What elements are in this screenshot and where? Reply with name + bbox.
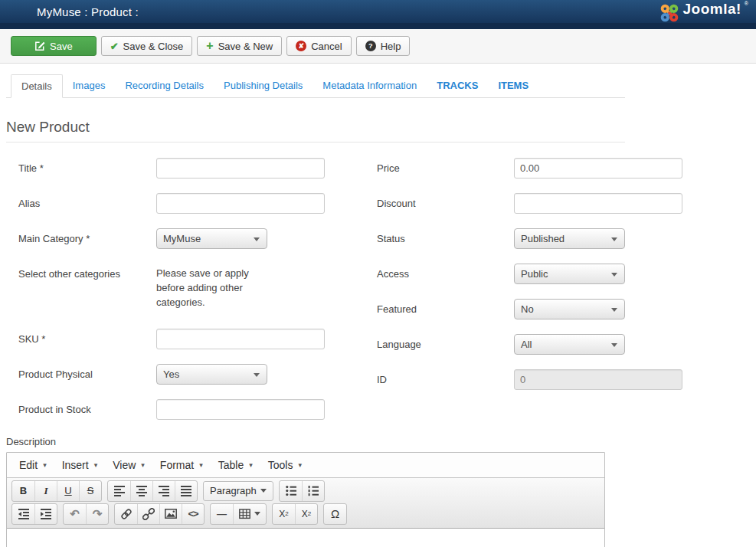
insert-image-button[interactable] — [159, 504, 182, 524]
alias-input[interactable] — [156, 193, 325, 214]
help-button[interactable]: ? Help — [356, 36, 411, 56]
heading-divider — [6, 142, 625, 142]
save-button[interactable]: Save — [11, 36, 97, 56]
format-select[interactable]: Paragraph — [203, 481, 273, 501]
other-categories-label: Select other categories — [18, 264, 156, 310]
main-category-select[interactable]: MyMuse — [156, 228, 267, 249]
product-physical-select[interactable]: Yes — [156, 364, 267, 385]
main-content: Details Images Recording Details Publish… — [0, 74, 756, 547]
tab-images[interactable]: Images — [63, 74, 116, 97]
source-code-button[interactable]: <> — [182, 504, 204, 524]
special-character-button[interactable]: Ω — [324, 504, 346, 524]
chevron-down-icon: ▾ — [141, 461, 145, 469]
access-value: Public — [521, 268, 548, 280]
align-justify-button[interactable] — [175, 481, 197, 501]
featured-label: Featured — [377, 299, 514, 319]
tab-items[interactable]: ITEMS — [488, 74, 538, 97]
italic-button[interactable]: I — [34, 481, 57, 501]
joomla-wordmark: Joomla! — [682, 1, 741, 18]
menu-insert[interactable]: Insert▾ — [54, 456, 106, 474]
save-pencil-icon — [34, 41, 45, 51]
bold-button[interactable]: B — [12, 481, 34, 501]
price-input[interactable] — [514, 158, 682, 179]
insert-link-button[interactable] — [115, 504, 137, 524]
tab-metadata-information[interactable]: Metadata Information — [313, 74, 427, 97]
admin-navbar: MyMuse : Product : Joomla! ® — [0, 0, 756, 23]
save-button-label: Save — [50, 41, 73, 52]
form-column-right: Price Discount Status Published Access — [360, 158, 682, 434]
save-close-label: Save & Close — [123, 41, 184, 52]
redo-button[interactable]: ↷ — [86, 504, 108, 524]
menu-format[interactable]: Format▾ — [152, 456, 211, 474]
align-justify-icon — [181, 485, 191, 496]
product-physical-value: Yes — [163, 368, 179, 380]
cancel-x-icon: ✘ — [296, 41, 306, 51]
chevron-down-icon — [254, 512, 260, 516]
product-in-stock-label: Product in Stock — [18, 399, 156, 420]
strikethrough-button[interactable]: S — [79, 481, 101, 501]
status-value: Published — [521, 233, 565, 244]
align-center-button[interactable] — [130, 481, 152, 501]
field-discount: Discount — [377, 193, 682, 214]
main-category-value: MyMuse — [163, 233, 201, 244]
main-category-label: Main Category * — [18, 228, 156, 249]
align-right-button[interactable] — [152, 481, 175, 501]
title-input[interactable] — [156, 158, 325, 179]
bullet-list-icon — [286, 485, 296, 496]
product-in-stock-input[interactable] — [156, 399, 325, 420]
featured-select[interactable]: No — [514, 299, 625, 319]
align-left-button[interactable] — [108, 481, 130, 501]
underline-button[interactable]: U — [57, 481, 79, 501]
numbered-list-button[interactable] — [302, 481, 324, 501]
menu-table[interactable]: Table▾ — [211, 456, 260, 474]
product-physical-label: Product Physical — [18, 364, 156, 385]
action-toolbar: Save ✔ Save & Close + Save & New ✘ Cance… — [0, 29, 756, 64]
language-select[interactable]: All — [514, 334, 625, 355]
navbar-bottom-strip — [0, 23, 756, 29]
tab-tracks[interactable]: TRACKS — [427, 74, 488, 97]
field-product-physical: Product Physical Yes — [18, 364, 360, 385]
editor-content-area[interactable] — [7, 529, 604, 547]
subscript-button[interactable]: X2 — [273, 504, 295, 524]
joomla-logo: Joomla! ® — [659, 1, 748, 23]
field-other-categories: Select other categories Please save or a… — [18, 264, 360, 310]
field-price: Price — [377, 158, 682, 179]
chevron-down-icon — [611, 343, 617, 347]
check-icon: ✔ — [110, 41, 119, 52]
tab-recording-details[interactable]: Recording Details — [115, 74, 214, 97]
form-column-left: Title * Alias Main Category * MyMuse Sel… — [18, 158, 360, 434]
link-icon — [120, 508, 133, 520]
menu-tools[interactable]: Tools▾ — [260, 456, 309, 474]
horizontal-rule-button[interactable]: — — [211, 504, 233, 524]
superscript-button[interactable]: X2 — [295, 504, 317, 524]
status-select[interactable]: Published — [514, 228, 625, 249]
bullet-list-button[interactable] — [280, 481, 302, 501]
registered-mark: ® — [745, 1, 748, 6]
cancel-label: Cancel — [311, 41, 342, 52]
outdent-button[interactable] — [12, 504, 34, 524]
cancel-button[interactable]: ✘ Cancel — [286, 36, 351, 56]
menu-view[interactable]: View▾ — [105, 456, 152, 474]
chevron-down-icon — [611, 237, 617, 241]
tab-publishing-details[interactable]: Publishing Details — [214, 74, 313, 97]
sku-input[interactable] — [156, 329, 325, 349]
indent-button[interactable] — [34, 504, 57, 524]
align-center-icon — [136, 485, 147, 496]
discount-label: Discount — [377, 193, 514, 214]
menu-edit[interactable]: Edit▾ — [11, 456, 54, 474]
undo-button[interactable]: ↶ — [64, 504, 86, 524]
table-button[interactable] — [233, 504, 266, 524]
chevron-down-icon — [260, 489, 267, 493]
remove-link-button[interactable] — [137, 504, 159, 524]
tab-details[interactable]: Details — [11, 74, 63, 98]
chevron-down-icon — [254, 237, 260, 241]
discount-input[interactable] — [514, 193, 682, 214]
plus-icon: + — [206, 40, 213, 52]
language-value: All — [521, 339, 532, 350]
format-select-value: Paragraph — [210, 485, 257, 496]
save-new-button[interactable]: + Save & New — [197, 36, 282, 56]
page: MyMuse : Product : Joomla! ® Save — [0, 0, 756, 547]
description-editor: Edit▾ Insert▾ View▾ Format▾ Table▾ Tools… — [6, 452, 605, 547]
access-select[interactable]: Public — [514, 264, 625, 284]
save-close-button[interactable]: ✔ Save & Close — [101, 36, 193, 56]
